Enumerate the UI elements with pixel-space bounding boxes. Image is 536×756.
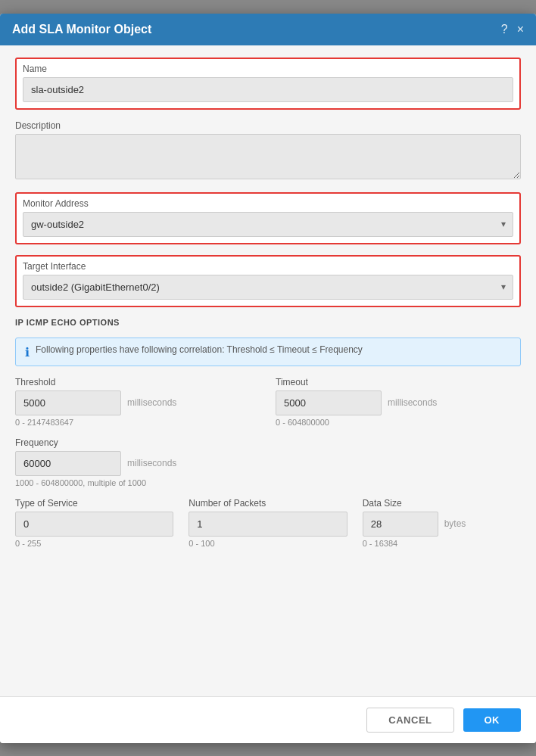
tos-col: Type of Service 0 - 255 [15,498,173,548]
monitor-address-group: Monitor Address gw-outside2 ▾ [15,192,521,244]
dialog: Add SLA Monitor Object ? × Name Descript… [0,14,536,743]
threshold-input-group: milliseconds [15,390,260,415]
target-interface-select[interactable]: outside2 (GigabitEthernet0/2) [23,275,513,300]
num-packets-input[interactable] [189,512,347,537]
frequency-hint: 1000 - 604800000, multiple of 1000 [15,478,521,487]
tos-packets-size-row: Type of Service 0 - 255 Number of Packet… [15,498,521,548]
timeout-unit: milliseconds [388,397,437,408]
threshold-unit: milliseconds [127,397,176,408]
section-title: IP ICMP ECHO OPTIONS [15,318,521,327]
frequency-input[interactable] [15,451,121,476]
data-size-hint: 0 - 16384 [363,539,521,548]
name-label: Name [23,64,513,74]
frequency-input-group: milliseconds [15,451,521,476]
timeout-input[interactable] [276,390,382,415]
tos-hint: 0 - 255 [15,539,173,548]
monitor-address-select[interactable]: gw-outside2 [23,212,513,237]
monitor-address-label: Monitor Address [23,198,513,209]
timeout-hint: 0 - 604800000 [276,418,521,427]
description-label: Description [15,120,521,131]
info-banner: ℹ Following properties have following co… [15,338,521,366]
num-packets-label: Number of Packets [189,498,347,509]
data-size-col: Data Size bytes 0 - 16384 [363,498,521,548]
dialog-title: Add SLA Monitor Object [12,23,151,36]
threshold-input[interactable] [15,390,121,415]
dialog-header: Add SLA Monitor Object ? × [0,14,536,45]
data-size-unit: bytes [444,518,466,529]
info-icon: ℹ [25,345,30,359]
info-text: Following properties have following corr… [36,344,363,355]
tos-label: Type of Service [15,498,173,509]
timeout-label: Timeout [276,377,521,387]
num-packets-col: Number of Packets 0 - 100 [189,498,347,548]
name-group: Name [15,58,521,110]
target-interface-label: Target Interface [23,261,513,272]
timeout-col: Timeout milliseconds 0 - 604800000 [276,377,521,427]
frequency-unit: milliseconds [127,458,176,468]
threshold-timeout-row: Threshold milliseconds 0 - 2147483647 Ti… [15,377,521,427]
header-icons: ? × [501,23,524,36]
data-size-label: Data Size [363,498,521,509]
dialog-footer: CANCEL OK [0,696,536,743]
frequency-group: Frequency milliseconds 1000 - 604800000,… [15,437,521,487]
description-textarea[interactable] [15,134,521,179]
num-packets-hint: 0 - 100 [189,539,347,548]
name-input[interactable] [23,77,513,102]
help-icon[interactable]: ? [501,23,508,36]
cancel-button[interactable]: CANCEL [366,708,453,733]
target-interface-group: Target Interface outside2 (GigabitEthern… [15,255,521,307]
data-size-input[interactable] [363,512,438,537]
data-size-input-group: bytes [363,512,521,537]
tos-input[interactable] [15,512,173,537]
ok-button[interactable]: OK [463,708,522,732]
dialog-body: Name Description Monitor Address gw-outs… [0,45,536,696]
threshold-label: Threshold [15,377,260,387]
description-group: Description [15,120,521,182]
close-icon[interactable]: × [517,23,524,36]
threshold-col: Threshold milliseconds 0 - 2147483647 [15,377,260,427]
timeout-input-group: milliseconds [276,390,521,415]
threshold-hint: 0 - 2147483647 [15,418,260,427]
frequency-label: Frequency [15,437,521,448]
